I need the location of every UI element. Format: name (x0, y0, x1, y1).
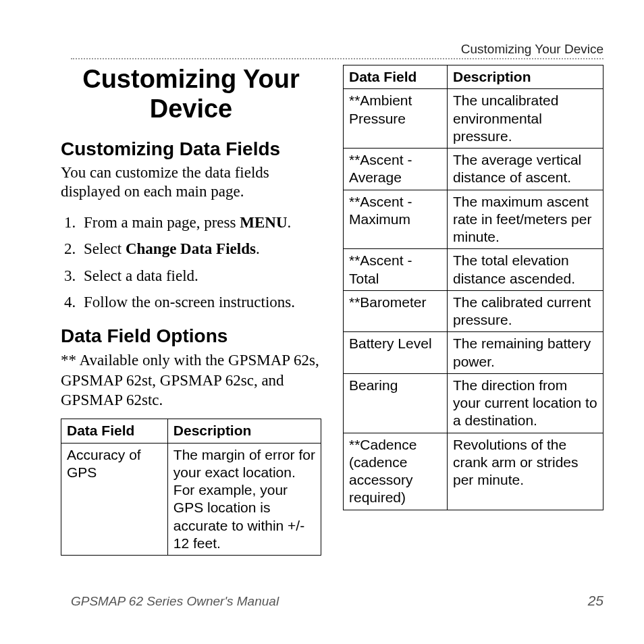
running-head: Customizing Your Device (461, 42, 603, 57)
step-text: Select (84, 240, 126, 257)
table-row: **Ascent - Maximum The maximum ascent ra… (344, 190, 603, 249)
cell-desc: The average vertical distance of ascent. (448, 149, 603, 190)
cell-desc: The total elevation distance ascended. (448, 249, 603, 291)
divider (71, 58, 603, 59)
cell-field: **Ascent - Total (344, 249, 448, 291)
table-header-desc: Description (167, 419, 321, 443)
cell-field: Battery Level (344, 332, 448, 374)
footer-page-number: 25 (588, 593, 603, 609)
availability-note: ** Available only with the GPSMAP 62s, G… (61, 350, 321, 411)
step-text: From a main page, press (84, 214, 240, 231)
steps-list: From a main page, press MENU. Select Cha… (61, 211, 321, 313)
table-header-field: Data Field (344, 65, 448, 89)
data-fields-table-right: Data Field Description **Ambient Pressur… (343, 65, 603, 510)
cell-desc: The margin of error for your exact locat… (167, 443, 321, 556)
step-item: Select a data field. (80, 265, 321, 287)
right-column: Data Field Description **Ambient Pressur… (343, 65, 603, 556)
cell-desc: The remaining battery power. (448, 332, 603, 374)
step-text-post: . (288, 214, 292, 231)
cell-desc: The uncalibrated environmental pressure. (448, 89, 603, 149)
cell-field: Accuracy of GPS (61, 443, 168, 556)
step-strong: Change Data Fields (126, 240, 256, 257)
table-header-row: Data Field Description (344, 65, 603, 89)
section-heading-data-field-options: Data Field Options (61, 325, 321, 347)
step-item: Select Change Data Fields. (80, 238, 321, 260)
step-text: Select a data field. (84, 267, 198, 284)
cell-field: Bearing (344, 373, 448, 433)
section-heading-customizing-data-fields: Customizing Data Fields (61, 138, 321, 160)
content-columns: Customizing Your Device Customizing Data… (61, 65, 603, 556)
intro-paragraph: You can customize the data fields displa… (61, 163, 321, 203)
cell-desc: The direction from your current location… (448, 373, 603, 433)
step-strong: MENU (240, 214, 287, 231)
page-title: Customizing Your Device (61, 65, 321, 124)
table-header-desc: Description (448, 65, 603, 89)
cell-desc: The maximum ascent rate in feet/meters p… (448, 190, 603, 249)
table-row: **Ascent - Total The total elevation dis… (344, 249, 603, 291)
step-text: Follow the on-screen instructions. (84, 294, 295, 311)
table-row: Bearing The direction from your current … (344, 373, 603, 433)
table-row: **Ambient Pressure The uncalibrated envi… (344, 89, 603, 149)
footer-manual-title: GPSMAP 62 Series Owner's Manual (71, 594, 279, 609)
cell-field: **Cadence (cadence accessory required) (344, 433, 448, 510)
cell-field: **Ascent - Maximum (344, 190, 448, 249)
step-item: From a main page, press MENU. (80, 211, 321, 234)
cell-field: **Barometer (344, 290, 448, 332)
table-row: Accuracy of GPS The margin of error for … (61, 443, 321, 556)
table-row: **Ascent - Average The average vertical … (344, 149, 603, 190)
cell-desc: The calibrated current pressure. (448, 290, 603, 332)
data-fields-table-left: Data Field Description Accuracy of GPS T… (61, 419, 321, 556)
table-header-field: Data Field (61, 419, 168, 443)
step-text-post: . (256, 240, 260, 257)
table-header-row: Data Field Description (61, 419, 321, 443)
cell-field: **Ascent - Average (344, 149, 448, 190)
footer: GPSMAP 62 Series Owner's Manual 25 (71, 593, 603, 609)
page: Customizing Your Device Customizing Your… (0, 0, 644, 644)
cell-desc: Revolutions of the crank arm or strides … (448, 433, 603, 510)
table-row: **Cadence (cadence accessory required) R… (344, 433, 603, 510)
cell-field: **Ambient Pressure (344, 89, 448, 149)
step-item: Follow the on-screen instructions. (80, 291, 321, 313)
table-row: Battery Level The remaining battery powe… (344, 332, 603, 374)
table-row: **Barometer The calibrated current press… (344, 290, 603, 332)
left-column: Customizing Your Device Customizing Data… (61, 65, 321, 556)
